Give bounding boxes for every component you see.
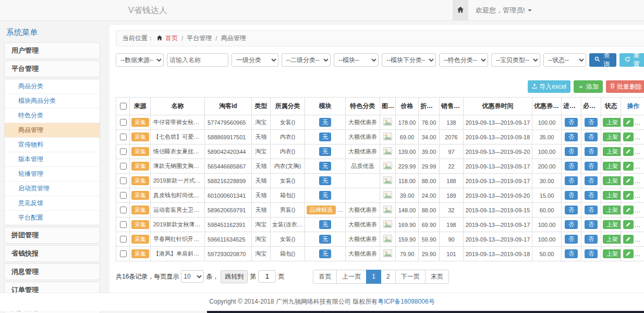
page-button[interactable]: 下一页 (395, 270, 426, 284)
edit-button[interactable] (623, 118, 634, 127)
user-menu[interactable]: 欢迎您，管理员! (468, 6, 539, 15)
must-buy-toggle[interactable]: 否 (585, 220, 598, 229)
status-toggle[interactable]: 上架 (603, 206, 621, 214)
status-toggle[interactable]: 上架 (603, 176, 621, 185)
status-toggle[interactable]: 上架 (603, 147, 621, 156)
must-buy-toggle[interactable]: 否 (585, 191, 598, 200)
sidebar-subitem[interactable]: 宣传物料 (5, 138, 100, 152)
select-all-checkbox[interactable] (120, 103, 127, 110)
home-button[interactable] (453, 0, 468, 21)
sidebar-item[interactable]: 用户管理 (4, 42, 100, 59)
row-checkbox[interactable] (120, 177, 127, 184)
per-page-select[interactable]: 10 (181, 270, 204, 283)
import-select-toggle[interactable]: 否 (565, 249, 578, 258)
row-checkbox[interactable] (120, 148, 127, 155)
sidebar-item[interactable]: 拼团管理 (4, 227, 100, 244)
horizontal-scrollbar-thumb[interactable] (207, 311, 644, 313)
product-thumbnail[interactable] (380, 188, 396, 203)
sidebar-subitem[interactable]: 意见反馈 (5, 196, 100, 211)
import-select-toggle[interactable]: 否 (565, 176, 578, 185)
import-select-toggle[interactable]: 否 (565, 220, 578, 229)
row-checkbox[interactable] (120, 134, 127, 140)
edit-button[interactable] (623, 176, 634, 185)
page-number-input[interactable] (258, 270, 276, 283)
sidebar-item[interactable]: 消息管理 (4, 263, 100, 280)
row-checkbox[interactable] (120, 192, 127, 199)
edit-button[interactable] (623, 235, 634, 244)
status-toggle[interactable]: 上架 (603, 118, 621, 127)
import-select-toggle[interactable]: 否 (565, 206, 578, 214)
row-checkbox[interactable] (120, 250, 127, 257)
module-badge[interactable]: 无 (319, 220, 331, 229)
module-badge[interactable]: 无 (319, 191, 331, 200)
must-buy-toggle[interactable]: 否 (585, 176, 598, 185)
level2-category-select[interactable]: --二级分类-- (282, 53, 331, 67)
page-button-current[interactable]: 1 (366, 270, 381, 284)
status-toggle[interactable]: 上架 (603, 249, 621, 258)
import-select-toggle[interactable]: 否 (565, 147, 578, 156)
product-thumbnail[interactable] (380, 218, 396, 232)
row-checkbox[interactable] (120, 221, 127, 228)
import-select-toggle[interactable]: 否 (565, 118, 578, 127)
must-buy-toggle[interactable]: 否 (585, 235, 598, 244)
product-thumbnail[interactable] (380, 203, 396, 218)
import-select-toggle[interactable]: 否 (565, 191, 578, 200)
product-thumbnail[interactable] (380, 130, 396, 145)
search-button[interactable]: 查询 (589, 53, 616, 67)
breadcrumb-home-link[interactable]: 首页 (165, 34, 178, 43)
add-button[interactable]: ＋ 添加 (574, 80, 603, 93)
sidebar-subitem[interactable]: 模块商品分类 (5, 94, 100, 109)
sidebar-subitem[interactable]: 版本管理 (5, 152, 100, 167)
import-excel-button[interactable]: 导入excel (528, 80, 570, 93)
must-buy-toggle[interactable]: 否 (585, 147, 598, 156)
sidebar-subitem[interactable]: 启动页管理 (5, 182, 100, 196)
page-button[interactable]: 2 (381, 270, 396, 284)
icp-link[interactable]: 粤ICP备16098006号 (378, 298, 434, 305)
module-badge[interactable]: 品牌精选 (307, 206, 336, 214)
module-badge[interactable]: 无 (319, 176, 331, 185)
status-toggle[interactable]: 上架 (603, 220, 621, 229)
sidebar-item[interactable]: 平台管理 (4, 61, 100, 77)
module-badge[interactable]: 无 (319, 235, 331, 244)
page-button[interactable]: 末页 (425, 270, 449, 284)
edit-button[interactable] (623, 147, 634, 156)
import-select-toggle[interactable]: 否 (565, 235, 578, 244)
jump-button[interactable]: 跳转到 (221, 270, 248, 283)
edit-button[interactable] (623, 206, 634, 214)
page-button[interactable]: 首页 (313, 270, 337, 284)
must-buy-toggle[interactable]: 否 (585, 118, 598, 127)
batch-delete-button[interactable]: 批量删除 (606, 80, 644, 93)
sidebar-subitem[interactable]: 商品分类 (5, 79, 100, 94)
product-thumbnail[interactable] (380, 159, 396, 174)
row-checkbox[interactable] (120, 119, 127, 126)
module-badge[interactable]: 无 (319, 147, 331, 156)
module-badge[interactable]: 无 (319, 249, 331, 258)
status-toggle[interactable]: 上架 (603, 133, 621, 141)
row-checkbox[interactable] (120, 207, 127, 213)
item-type-select[interactable]: --宝贝类型-- (491, 53, 540, 67)
product-thumbnail[interactable] (380, 115, 396, 130)
edit-button[interactable] (623, 220, 634, 229)
sidebar-subitem-active[interactable]: 商品管理 (5, 123, 100, 138)
module-badge[interactable]: 无 (319, 133, 331, 141)
must-buy-toggle[interactable]: 否 (585, 162, 598, 171)
must-buy-toggle[interactable]: 否 (585, 206, 598, 214)
sidebar-item[interactable]: 省钱快报 (4, 245, 100, 262)
product-thumbnail[interactable] (380, 174, 396, 188)
row-checkbox[interactable] (120, 163, 127, 170)
page-button[interactable]: 上一页 (336, 270, 367, 284)
status-toggle[interactable]: 上架 (603, 162, 621, 171)
edit-button[interactable] (623, 249, 634, 258)
sidebar-subitem[interactable]: 平台配置 (5, 211, 100, 225)
import-select-toggle[interactable]: 否 (565, 133, 578, 141)
feature-category-select[interactable]: --特色分类-- (439, 53, 488, 67)
name-search-input[interactable] (167, 53, 228, 67)
row-checkbox[interactable] (120, 236, 127, 243)
module-badge[interactable]: 无 (319, 118, 331, 127)
data-source-select[interactable]: --数据来源-- (116, 53, 164, 67)
must-buy-toggle[interactable]: 否 (585, 249, 598, 258)
product-thumbnail[interactable] (380, 145, 396, 159)
import-select-toggle[interactable]: 否 (565, 162, 578, 171)
sidebar-subitem[interactable]: 特色分类 (5, 109, 100, 123)
module-subcategory-select[interactable]: --模块下分类-- (382, 53, 436, 67)
